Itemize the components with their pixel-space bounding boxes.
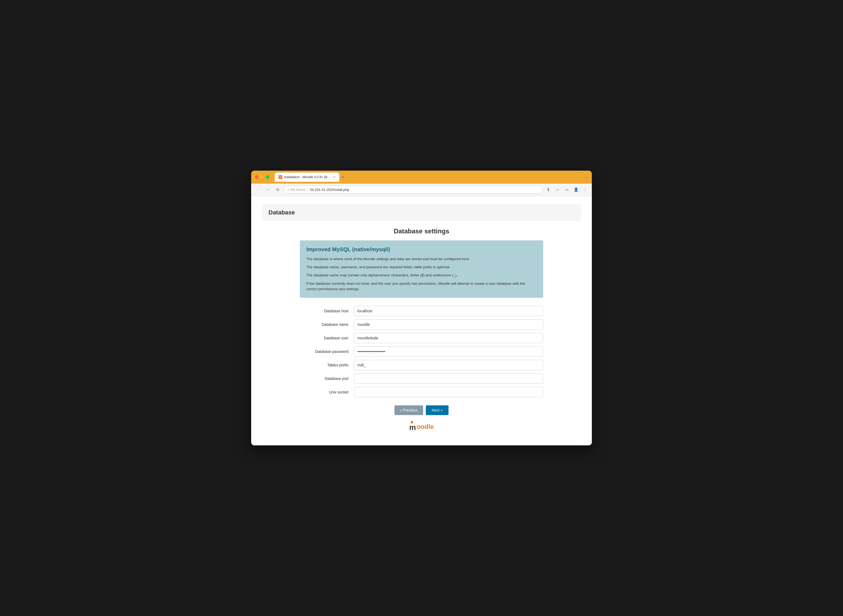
form-actions: « Previous Next » — [300, 405, 543, 415]
url-divider: | — [307, 187, 308, 192]
form-row-db-password: Database password — [300, 346, 543, 357]
reload-button[interactable]: ↻ — [274, 186, 281, 194]
info-box-para-3: The database name may contain only alpha… — [306, 273, 537, 278]
previous-button[interactable]: « Previous — [394, 405, 423, 415]
tab-overflow-icon[interactable]: ⌄ — [585, 175, 588, 179]
fullscreen-button[interactable] — [266, 175, 269, 179]
info-box-para-2: The database name, username, and passwor… — [306, 264, 537, 270]
browser-window: M Installation - Moodle 4.0.9+ (B... ✕ +… — [251, 171, 592, 445]
page-header: Database — [262, 204, 581, 221]
info-box: Improved MySQL (native/mysqli) The datab… — [300, 241, 543, 298]
title-bar: M Installation - Moodle 4.0.9+ (B... ✕ +… — [251, 171, 592, 183]
moodle-logo: m oodle — [409, 422, 434, 432]
label-db-password: Database password — [300, 349, 354, 354]
moodle-footer: m oodle — [300, 422, 543, 434]
label-db-socket: Unix socket — [300, 390, 354, 394]
form-row-db-host: Database host — [300, 306, 543, 316]
page-title: Database — [268, 209, 575, 216]
menu-icon[interactable]: ⋮ — [582, 186, 589, 193]
form-row-db-name: Database name — [300, 319, 543, 330]
form-row-db-user: Database user — [300, 333, 543, 343]
share-icon[interactable]: ⬆ — [545, 186, 552, 193]
close-button[interactable] — [255, 175, 258, 179]
info-box-heading: Improved MySQL (native/mysqli) — [306, 246, 537, 252]
input-db-user[interactable] — [354, 333, 543, 343]
input-db-socket[interactable] — [354, 387, 543, 397]
info-box-para-1: The database is where most of the Moodle… — [306, 256, 537, 262]
section-title: Database settings — [300, 227, 543, 235]
label-db-user: Database user — [300, 336, 354, 340]
back-button[interactable]: ← — [254, 186, 262, 194]
minimize-button[interactable] — [260, 175, 264, 179]
address-bar: ← → ↻ ⚠ Not Secure | 34.201.41.202/insta… — [251, 183, 592, 196]
form-row-db-socket: Unix socket — [300, 387, 543, 397]
url-text: 34.201.41.202/install.php — [310, 188, 349, 192]
tab-bar: M Installation - Moodle 4.0.9+ (B... ✕ +… — [275, 173, 588, 182]
input-db-prefix[interactable] — [354, 360, 543, 370]
forward-button[interactable]: → — [264, 186, 272, 194]
new-tab-button[interactable]: + — [342, 175, 345, 180]
label-db-prefix: Tables prefix — [300, 363, 354, 367]
database-form: Database host Database name Database use… — [300, 306, 543, 415]
input-db-password[interactable] — [354, 346, 543, 357]
form-row-db-prefix: Tables prefix — [300, 360, 543, 370]
input-db-host[interactable] — [354, 306, 543, 316]
info-box-para-4: If the database currently does not exist… — [306, 281, 537, 292]
page-content: Database Database settings Improved MySQ… — [251, 196, 592, 445]
traffic-lights — [255, 175, 269, 179]
toolbar-icons: ⬆ ☆ ▭ 👤 ⋮ — [545, 186, 589, 193]
sidebar-icon[interactable]: ▭ — [563, 186, 570, 193]
moodle-logo-wordmark: oodle — [416, 423, 434, 431]
bookmark-icon[interactable]: ☆ — [554, 186, 561, 193]
profile-icon[interactable]: 👤 — [572, 186, 579, 193]
label-db-name: Database name — [300, 322, 354, 327]
tab-close-icon[interactable]: ✕ — [333, 175, 336, 179]
page-center: Database settings Improved MySQL (native… — [300, 227, 543, 434]
input-db-port[interactable] — [354, 373, 543, 384]
warning-icon: ⚠ — [287, 188, 290, 191]
input-db-name[interactable] — [354, 319, 543, 330]
form-row-db-port: Database port — [300, 373, 543, 384]
moodle-logo-m: m — [409, 422, 416, 432]
tab-title: Installation - Moodle 4.0.9+ (B... — [284, 175, 330, 179]
not-secure-indicator: ⚠ Not Secure — [287, 188, 305, 191]
url-bar[interactable]: ⚠ Not Secure | 34.201.41.202/install.php — [284, 185, 542, 194]
active-tab[interactable]: M Installation - Moodle 4.0.9+ (B... ✕ — [275, 173, 339, 182]
label-db-port: Database port — [300, 376, 354, 381]
next-button[interactable]: Next » — [426, 405, 449, 415]
tab-favicon-icon: M — [279, 175, 282, 179]
label-db-host: Database host — [300, 309, 354, 313]
